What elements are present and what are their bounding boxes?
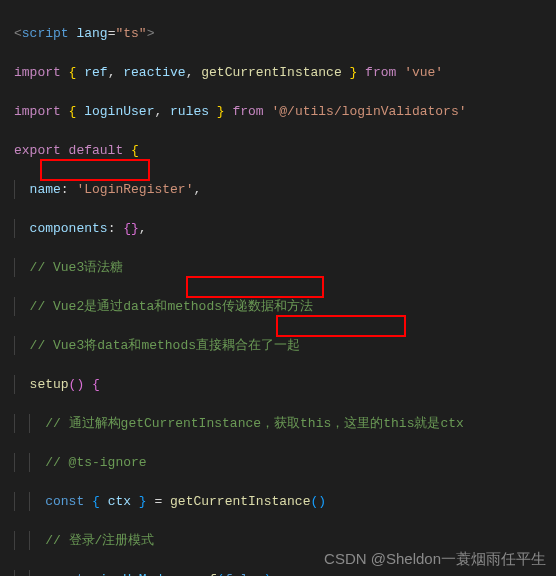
code-line: setup() { <box>0 375 556 395</box>
code-line: <script lang="ts"> <box>0 24 556 44</box>
code-line: const { ctx } = getCurrentInstance() <box>0 492 556 512</box>
code-line: name: 'LoginRegister', <box>0 180 556 200</box>
watermark-text: CSDN @Sheldon一蓑烟雨任平生 <box>324 548 546 571</box>
code-editor[interactable]: <script lang="ts"> import { ref, reactiv… <box>0 0 556 576</box>
code-line: components: {}, <box>0 219 556 239</box>
code-line: import { ref, reactive, getCurrentInstan… <box>0 63 556 83</box>
code-line: // Vue3将data和methods直接耦合在了一起 <box>0 336 556 356</box>
code-line: const signUpMode = ref(false) <box>0 570 556 577</box>
code-line: // 通过解构getCurrentInstance，获取this，这里的this… <box>0 414 556 434</box>
code-line: // Vue2是通过data和methods传递数据和方法 <box>0 297 556 317</box>
code-line: // @ts-ignore <box>0 453 556 473</box>
code-line: export default { <box>0 141 556 161</box>
code-line: import { loginUser, rules } from '@/util… <box>0 102 556 122</box>
code-line: // Vue3语法糖 <box>0 258 556 278</box>
